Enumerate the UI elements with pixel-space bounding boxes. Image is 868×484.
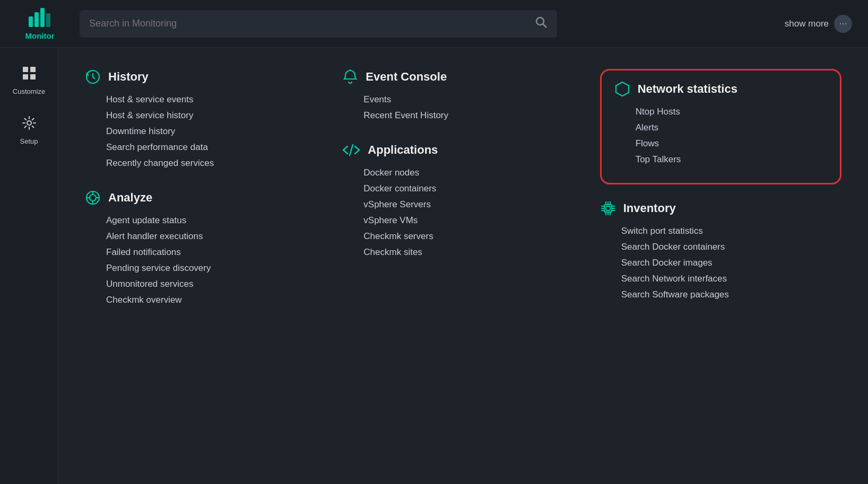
- monitor-icon: [29, 7, 51, 30]
- analyze-icon: [85, 190, 101, 206]
- section-title-analyze: Analyze: [108, 191, 152, 205]
- section-title-applications: Applications: [368, 143, 438, 157]
- applications-links: Docker nodes Docker containers vSphere S…: [342, 168, 584, 258]
- inventory-links: Switch port statistics Search Docker con…: [600, 226, 841, 300]
- svg-line-19: [350, 145, 353, 155]
- link-host-service-events[interactable]: Host & service events: [106, 94, 193, 104]
- svg-rect-9: [30, 74, 36, 80]
- link-checkmk-servers[interactable]: Checkmk servers: [363, 231, 433, 241]
- link-unmonitored-services[interactable]: Unmonitored services: [106, 279, 193, 289]
- link-vsphere-vms[interactable]: vSphere VMs: [363, 215, 418, 225]
- sidebar-label-customize: Customize: [13, 87, 45, 95]
- main-layout: Customize Setup: [0, 48, 868, 484]
- link-pending-service-discovery[interactable]: Pending service discovery: [106, 263, 211, 273]
- section-event-console-header: Event Console: [342, 69, 584, 85]
- link-docker-nodes[interactable]: Docker nodes: [363, 168, 419, 178]
- analyze-links: Agent update status Alert handler execut…: [85, 215, 326, 305]
- link-checkmk-overview[interactable]: Checkmk overview: [106, 295, 182, 305]
- search-icon: [535, 16, 548, 32]
- svg-rect-6: [23, 67, 28, 72]
- link-vsphere-servers[interactable]: vSphere Servers: [363, 199, 431, 209]
- svg-point-4: [536, 17, 544, 25]
- logo-area[interactable]: Monitor: [16, 7, 64, 40]
- link-alert-handler-executions[interactable]: Alert handler executions: [106, 231, 203, 241]
- grid-icon: [22, 66, 37, 84]
- column-2: Event Console Events Recent Event Histor…: [342, 69, 584, 463]
- link-alerts[interactable]: Alerts: [636, 122, 658, 133]
- link-downtime-history[interactable]: Downtime history: [106, 126, 175, 136]
- sidebar: Customize Setup: [0, 48, 58, 484]
- link-failed-notifications[interactable]: Failed notifications: [106, 247, 181, 257]
- section-applications-header: Applications: [342, 142, 584, 158]
- column-3: Network statistics Ntop Hosts Alerts Flo…: [600, 69, 841, 463]
- section-analyze-header: Analyze: [85, 190, 326, 206]
- section-event-console: Event Console Events Recent Event Histor…: [342, 69, 584, 121]
- svg-rect-8: [23, 74, 28, 80]
- svg-rect-1: [34, 12, 39, 27]
- svg-rect-7: [30, 67, 36, 72]
- link-switch-port-statistics[interactable]: Switch port statistics: [621, 226, 703, 236]
- section-title-history: History: [108, 70, 149, 84]
- hexagon-icon: [614, 81, 630, 97]
- link-docker-containers[interactable]: Docker containers: [363, 183, 436, 193]
- section-inventory-header: Inventory: [600, 200, 841, 216]
- link-search-network-interfaces[interactable]: Search Network interfaces: [621, 274, 727, 284]
- history-icon: [85, 69, 101, 85]
- logo-label: Monitor: [25, 31, 55, 40]
- section-inventory: Inventory Switch port statistics Search …: [600, 200, 841, 300]
- gear-icon: [22, 116, 37, 134]
- link-top-talkers[interactable]: Top Talkers: [636, 154, 681, 164]
- link-search-docker-containers[interactable]: Search Docker containers: [621, 242, 725, 252]
- section-title-event-console: Event Console: [366, 70, 447, 84]
- search-bar[interactable]: [80, 10, 557, 38]
- svg-rect-2: [40, 8, 45, 27]
- link-flows[interactable]: Flows: [636, 138, 659, 148]
- section-network-stats-header: Network statistics: [614, 81, 827, 97]
- history-links: Host & service events Host & service his…: [85, 94, 326, 169]
- section-title-inventory: Inventory: [623, 201, 676, 215]
- svg-point-10: [27, 121, 31, 125]
- sidebar-item-setup[interactable]: Setup: [0, 108, 58, 153]
- section-history: History Host & service events Host & ser…: [85, 69, 326, 169]
- section-history-header: History: [85, 69, 326, 85]
- show-more-button[interactable]: show more ···: [785, 15, 852, 33]
- svg-marker-20: [616, 82, 629, 96]
- link-search-docker-images[interactable]: Search Docker images: [621, 258, 713, 268]
- section-applications: Applications Docker nodes Docker contain…: [342, 142, 584, 258]
- network-stats-links: Ntop Hosts Alerts Flows Top Talkers: [614, 107, 827, 165]
- link-host-service-history[interactable]: Host & service history: [106, 110, 193, 120]
- link-search-performance-data[interactable]: Search performance data: [106, 142, 208, 152]
- link-recent-event-history[interactable]: Recent Event History: [363, 110, 448, 120]
- chip-icon: [600, 200, 616, 216]
- link-agent-update-status[interactable]: Agent update status: [106, 215, 186, 225]
- link-ntop-hosts[interactable]: Ntop Hosts: [636, 107, 680, 117]
- link-checkmk-sites[interactable]: Checkmk sites: [363, 247, 422, 257]
- svg-point-13: [90, 195, 96, 201]
- section-title-network-stats: Network statistics: [638, 82, 737, 96]
- svg-line-5: [543, 24, 547, 28]
- search-input[interactable]: [89, 18, 530, 29]
- svg-rect-22: [606, 206, 610, 210]
- code-icon: [342, 142, 360, 158]
- svg-rect-3: [46, 13, 50, 27]
- section-analyze: Analyze Agent update status Alert handle…: [85, 190, 326, 305]
- content-area: History Host & service events Host & ser…: [58, 48, 868, 484]
- link-events[interactable]: Events: [363, 94, 391, 104]
- svg-rect-0: [29, 16, 33, 27]
- column-1: History Host & service events Host & ser…: [85, 69, 326, 463]
- network-statistics-box: Network statistics Ntop Hosts Alerts Flo…: [600, 69, 841, 184]
- show-more-label: show more: [785, 19, 829, 29]
- sidebar-item-customize[interactable]: Customize: [0, 58, 58, 103]
- event-console-links: Events Recent Event History: [342, 94, 584, 121]
- link-recently-changed-services[interactable]: Recently changed services: [106, 158, 214, 168]
- sidebar-label-setup: Setup: [20, 137, 38, 145]
- bell-icon: [342, 69, 358, 85]
- link-search-software-packages[interactable]: Search Software packages: [621, 289, 729, 300]
- topbar: Monitor show more ···: [0, 0, 868, 48]
- show-more-dots-icon: ···: [834, 15, 852, 33]
